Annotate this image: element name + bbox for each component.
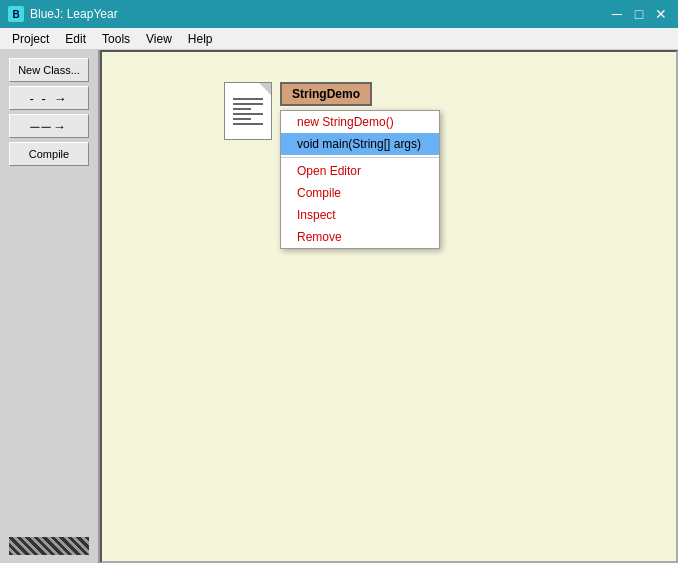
arrow-button-1[interactable]: - - →: [9, 86, 89, 110]
class-header[interactable]: StringDemo: [280, 82, 372, 106]
menu-view[interactable]: View: [138, 30, 180, 48]
left-panel: New Class... - - → ──→ Compile: [0, 50, 100, 563]
close-button[interactable]: ✕: [652, 5, 670, 23]
striped-indicator: [9, 537, 89, 555]
minimize-button[interactable]: ─: [608, 5, 626, 23]
class-box[interactable]: StringDemo: [280, 82, 372, 106]
compile-button[interactable]: Compile: [9, 142, 89, 166]
line5: [233, 118, 251, 120]
title-bar-controls: ─ □ ✕: [608, 5, 670, 23]
document-lines: [233, 98, 263, 125]
line6: [233, 123, 263, 125]
arrow2-label: ──→: [30, 119, 67, 134]
window-title: BlueJ: LeapYear: [30, 7, 118, 21]
title-bar-left: B BlueJ: LeapYear: [8, 6, 118, 22]
line1: [233, 98, 263, 100]
main-window: New Class... - - → ──→ Compile StringDem…: [0, 50, 678, 563]
menu-separator-1: [281, 157, 439, 158]
context-menu-remove[interactable]: Remove: [281, 226, 439, 248]
context-menu-inspect[interactable]: Inspect: [281, 204, 439, 226]
menu-edit[interactable]: Edit: [57, 30, 94, 48]
arrow1-label: - - →: [30, 91, 69, 106]
line3: [233, 108, 251, 110]
fold-icon: [259, 83, 271, 95]
context-menu-new-instance[interactable]: new StringDemo(): [281, 111, 439, 133]
menu-tools[interactable]: Tools: [94, 30, 138, 48]
title-bar: B BlueJ: LeapYear ─ □ ✕: [0, 0, 678, 28]
canvas-area[interactable]: StringDemo new StringDemo() void main(St…: [100, 50, 678, 563]
context-menu-void-main[interactable]: void main(String[] args): [281, 133, 439, 155]
menu-bar: Project Edit Tools View Help: [0, 28, 678, 50]
menu-help[interactable]: Help: [180, 30, 221, 48]
context-menu-open-editor[interactable]: Open Editor: [281, 160, 439, 182]
maximize-button[interactable]: □: [630, 5, 648, 23]
new-class-button[interactable]: New Class...: [9, 58, 89, 82]
class-icon: [224, 82, 272, 140]
line4: [233, 113, 263, 115]
menu-project[interactable]: Project: [4, 30, 57, 48]
context-menu: new StringDemo() void main(String[] args…: [280, 110, 440, 249]
context-menu-compile[interactable]: Compile: [281, 182, 439, 204]
arrow-button-2[interactable]: ──→: [9, 114, 89, 138]
app-icon: B: [8, 6, 24, 22]
line2: [233, 103, 263, 105]
